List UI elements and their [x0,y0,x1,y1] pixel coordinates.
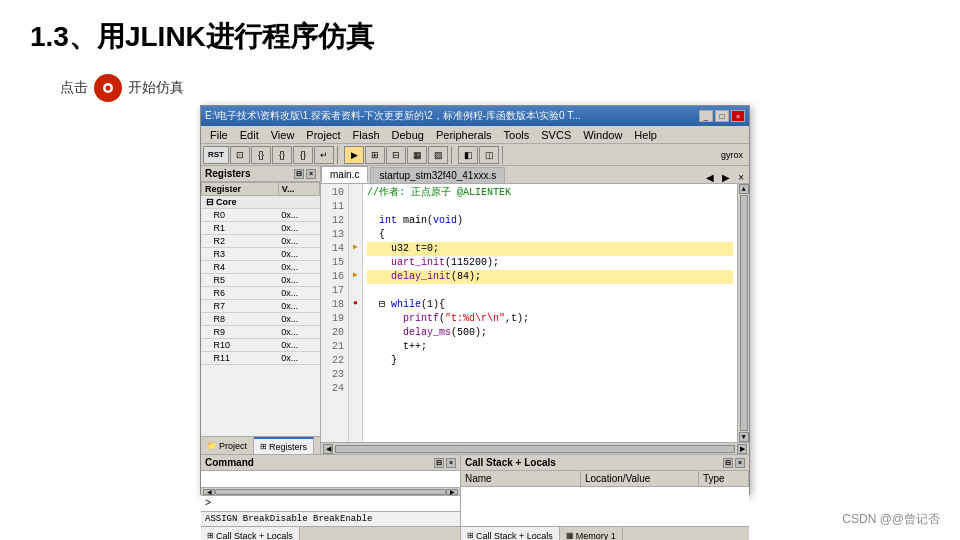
code-line-14: u32 t=0; [367,242,733,256]
callstack-col-location: Location/Value [581,471,699,486]
code-scrollbar[interactable]: ▲ ▼ [737,184,749,442]
scroll-right-arrow[interactable]: ▶ [737,444,747,454]
toolbar-btn-10[interactable]: ▧ [428,146,448,164]
tab-left-btn[interactable]: ◀ [703,172,717,183]
command-assign-text: ASSIGN BreakDisable BreakEnable [205,514,372,524]
reg-r0-value: 0x... [278,209,319,222]
core-group-label: ⊟ Core [202,196,320,209]
toolbar-btn-7[interactable]: ⊞ [365,146,385,164]
subtitle-prefix: 点击 [60,79,88,97]
code-line-11 [367,200,733,214]
tab-memory1[interactable]: ▦ Memory 1 [560,527,623,540]
callstack-panel: Call Stack + Locals ⊟ × Name Location/Va… [461,455,749,540]
tab-right-btn[interactable]: ▶ [719,172,733,183]
scroll-up-arrow[interactable]: ▲ [739,184,749,194]
tab-project-label: Project [219,441,247,451]
toolbar-btn-8[interactable]: ⊟ [386,146,406,164]
tab-close-btn[interactable]: × [735,172,747,183]
toolbar-btn-6[interactable]: ▶ [344,146,364,164]
toolbar-btn-1[interactable]: ⊡ [230,146,250,164]
toolbar-btn-3[interactable]: {} [272,146,292,164]
code-line-18: ⊟ while(1){ [367,298,733,312]
menu-item-edit[interactable]: Edit [235,128,264,142]
scroll-down-arrow[interactable]: ▼ [739,432,749,442]
reg-r5-name: R5 [202,274,279,287]
code-line-15: uart_init(115200); [367,256,733,270]
toolbar-btn-4[interactable]: {} [293,146,313,164]
tab-project[interactable]: 📁 Project [201,437,254,454]
cmd-scroll-right[interactable]: ▶ [446,489,458,495]
command-scrollbar[interactable]: ◀ ▶ [201,487,460,495]
user-label: gyrox [717,146,747,164]
menu-item-svcs[interactable]: SVCS [536,128,576,142]
panel-icons: ⊟ × [294,169,316,179]
code-content[interactable]: //作者: 正点原子 @ALIENTEK int main(void) { u3… [363,184,737,442]
callstack-col-name: Name [461,471,581,486]
svg-point-2 [106,86,111,91]
callstack-close-icon[interactable]: × [735,458,745,468]
maximize-button[interactable]: □ [715,110,729,122]
subtitle-area: 点击 开始仿真 [0,66,960,110]
menu-item-file[interactable]: File [205,128,233,142]
reg-r2-value: 0x... [278,235,319,248]
code-line-24 [367,382,733,396]
toolbar-1: RST ⊡ {} {} {} ↵ ▶ ⊞ ⊟ ▦ ▧ ◧ ◫ gyrox [201,144,749,166]
menu-item-peripherals[interactable]: Peripherals [431,128,497,142]
menu-item-project[interactable]: Project [301,128,345,142]
command-panel-icons: ⊟ × [434,458,456,468]
close-button[interactable]: × [731,110,745,122]
reg-r4-name: R4 [202,261,279,274]
tab-callstack-main[interactable]: ⊞ Call Stack + Locals [461,527,560,540]
tab-registers[interactable]: ⊞ Registers [254,437,314,454]
command-prompt: > [205,498,211,509]
registers-title: Registers [205,168,251,179]
toolbar-btn-9[interactable]: ▦ [407,146,427,164]
tab-registers-label: Registers [269,442,307,452]
callstack-content[interactable] [461,487,749,526]
menu-bar: FileEditViewProjectFlashDebugPeripherals… [201,126,749,144]
register-table: Register V... ⊟ Core R00x... R10x... R20… [201,182,320,365]
tab-memory1-label: Memory 1 [576,531,616,541]
toolbar-btn-2[interactable]: {} [251,146,271,164]
tab-callstack-cmd[interactable]: ⊞ Call Stack + Locals [201,527,300,540]
menu-item-window[interactable]: Window [578,128,627,142]
tab-callstack-cmd-label: Call Stack + Locals [216,531,293,541]
command-close-icon[interactable]: × [446,458,456,468]
toolbar-btn-12[interactable]: ◫ [479,146,499,164]
panel-dock-icon[interactable]: ⊟ [294,169,304,179]
code-line-23 [367,368,733,382]
minimize-button[interactable]: _ [699,110,713,122]
reg-r8-name: R8 [202,313,279,326]
command-content[interactable] [201,471,460,487]
h-scroll-track[interactable] [335,445,735,453]
jlink-icon[interactable] [94,74,122,102]
horizontal-scrollbar[interactable]: ◀ ▶ [321,442,749,454]
cmd-scroll-track[interactable] [215,489,446,495]
reg-col-name: Register [202,183,279,196]
menu-item-view[interactable]: View [266,128,300,142]
scroll-left-arrow[interactable]: ◀ [323,444,333,454]
command-dock-icon[interactable]: ⊟ [434,458,444,468]
breakpoint-gutter: ▶ ▶ ● [349,184,363,442]
panel-close-icon[interactable]: × [306,169,316,179]
cmd-scroll-left[interactable]: ◀ [203,489,215,495]
toolbar-btn-11[interactable]: ◧ [458,146,478,164]
menu-item-help[interactable]: Help [629,128,662,142]
tab-startup[interactable]: startup_stm32f40_41xxx.s [370,167,505,183]
menu-item-flash[interactable]: Flash [348,128,385,142]
code-tabs: main.c startup_stm32f40_41xxx.s ◀ ▶ × [321,166,749,184]
menu-item-tools[interactable]: Tools [499,128,535,142]
code-editor[interactable]: 10 11 12 13 14 15 16 17 18 19 20 21 22 2… [321,184,749,442]
toolbar-btn-5[interactable]: ↵ [314,146,334,164]
callstack-dock-icon[interactable]: ⊟ [723,458,733,468]
code-line-13: { [367,228,733,242]
code-line-16: delay_init(84); [367,270,733,284]
page-header: 1.3、用JLINK进行程序仿真 [0,0,960,66]
reg-r10-name: R10 [202,339,279,352]
rst-button[interactable]: RST [203,146,229,164]
menu-item-debug[interactable]: Debug [387,128,429,142]
scroll-thumb[interactable] [740,195,748,431]
bottom-section: Command ⊟ × ◀ ▶ > ASSIGN BreakDisable Br… [201,454,749,540]
tab-main-c[interactable]: main.c [321,166,368,183]
reg-r7-name: R7 [202,300,279,313]
